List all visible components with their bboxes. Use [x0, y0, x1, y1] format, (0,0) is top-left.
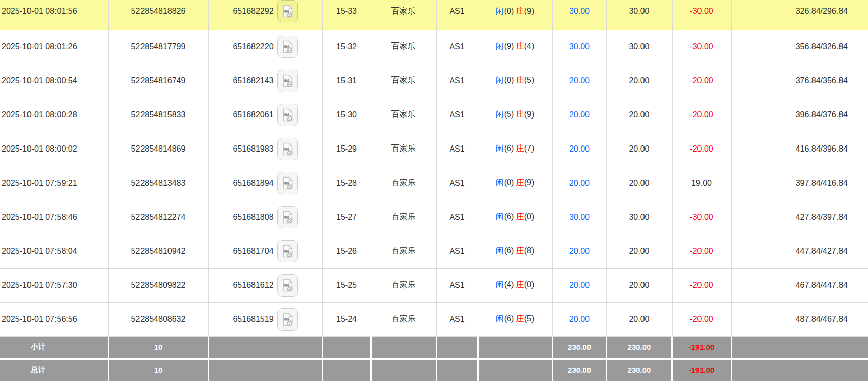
- valid-amount: 20.00: [606, 166, 672, 200]
- bet-id: 522854817799: [108, 30, 208, 64]
- summary-valid-amount: 230.00: [606, 359, 672, 381]
- video-replay-button[interactable]: [277, 308, 298, 331]
- player-score: (0): [504, 178, 514, 187]
- video-replay-icon: [281, 108, 294, 122]
- video-replay-button[interactable]: [277, 104, 298, 126]
- banker-label: 庄: [516, 76, 524, 84]
- bet-amount: 20.00: [552, 302, 606, 336]
- record-row[interactable]: 2025-10-01 07:57:30522854809822651681612…: [0, 268, 868, 302]
- video-replay-button[interactable]: [277, 36, 298, 58]
- record-row[interactable]: 2025-10-01 07:59:21522854813483651681894…: [0, 166, 868, 200]
- valid-amount: 30.00: [606, 200, 672, 234]
- video-replay-icon: [281, 278, 294, 292]
- video-replay-icon: [281, 40, 294, 54]
- win-loss: -30.00: [672, 0, 731, 30]
- player-label: 闲: [496, 42, 504, 50]
- balance: 447.84/427.84: [731, 234, 868, 268]
- balance: 427.84/397.84: [731, 200, 868, 234]
- player-score: (4): [504, 280, 514, 289]
- player-score: (9): [504, 42, 514, 50]
- bet-time: 2025-10-01 07:59:21: [0, 166, 108, 200]
- bet-id: 522854813483: [108, 166, 208, 200]
- result-cell: 闲(6) 庄(8): [478, 234, 552, 268]
- valid-amount: 30.00: [606, 30, 672, 64]
- round-number: 15-27: [322, 200, 371, 234]
- banker-label: 庄: [516, 42, 524, 50]
- game-type: 百家乐: [371, 64, 436, 98]
- banker-score: (0): [524, 280, 535, 289]
- game-id-wrap: 651681612: [233, 274, 297, 297]
- player-label: 闲: [496, 110, 504, 119]
- video-replay-button[interactable]: [277, 138, 298, 160]
- win-loss: 19.00: [672, 166, 731, 200]
- bet-time: 2025-10-01 08:01:56: [0, 0, 108, 30]
- video-replay-button[interactable]: [277, 274, 298, 297]
- game-id-cell: 651682220: [208, 30, 322, 64]
- video-replay-icon: [281, 210, 294, 224]
- bet-time: 2025-10-01 07:57:30: [0, 268, 108, 302]
- record-row[interactable]: 2025-10-01 07:56:56522854808632651681519…: [0, 302, 868, 336]
- game-id: 651682143: [233, 76, 273, 85]
- bet-id: 522854816749: [108, 64, 208, 98]
- empty-cell: [322, 336, 371, 359]
- round-number: 15-30: [322, 98, 371, 132]
- round-number: 15-29: [322, 132, 371, 166]
- game-id-cell: 651682061: [208, 98, 322, 132]
- round-number: 15-32: [322, 30, 371, 64]
- subtotal-row: 小计10230.00230.00-191.00: [0, 336, 868, 359]
- empty-cell: [322, 359, 371, 381]
- game-type: 百家乐: [371, 98, 436, 132]
- record-row[interactable]: 2025-10-01 08:01:56522854818826651682292…: [0, 0, 868, 30]
- summary-win-loss: -191.00: [672, 336, 731, 359]
- empty-cell: [478, 359, 552, 381]
- empty-cell: [371, 336, 436, 359]
- game-type: 百家乐: [371, 132, 436, 166]
- banker-score: (5): [524, 76, 535, 84]
- empty-cell: [208, 336, 322, 359]
- valid-amount: 20.00: [606, 132, 672, 166]
- valid-amount: 20.00: [606, 234, 672, 268]
- record-row[interactable]: 2025-10-01 08:00:28522854815833651682061…: [0, 98, 868, 132]
- game-type: 百家乐: [371, 166, 436, 200]
- bet-time: 2025-10-01 08:00:02: [0, 132, 108, 166]
- game-id-wrap: 651681519: [233, 308, 297, 331]
- video-replay-button[interactable]: [277, 172, 298, 194]
- player-score: (6): [504, 144, 514, 153]
- game-id: 651681894: [233, 179, 273, 188]
- player-score: (0): [504, 7, 514, 15]
- record-row[interactable]: 2025-10-01 08:00:02522854814869651681983…: [0, 132, 868, 166]
- player-label: 闲: [496, 246, 504, 255]
- table-name: AS1: [436, 268, 478, 302]
- record-row[interactable]: 2025-10-01 07:58:04522854810942651681704…: [0, 234, 868, 268]
- bet-time: 2025-10-01 08:01:26: [0, 30, 108, 64]
- game-type: 百家乐: [371, 30, 436, 64]
- game-id-cell: 651681894: [208, 166, 322, 200]
- banker-label: 庄: [516, 280, 524, 289]
- bet-time: 2025-10-01 07:58:04: [0, 234, 108, 268]
- game-type: 百家乐: [371, 0, 436, 30]
- game-id-wrap: 651681704: [233, 240, 297, 262]
- empty-cell: [371, 359, 436, 381]
- valid-amount: 30.00: [606, 0, 672, 30]
- summary-valid-amount: 230.00: [606, 336, 672, 359]
- game-type: 百家乐: [371, 234, 436, 268]
- game-id: 651682220: [233, 42, 273, 51]
- bet-amount: 30.00: [552, 0, 606, 30]
- video-replay-button[interactable]: [277, 206, 298, 228]
- video-replay-button[interactable]: [277, 70, 298, 92]
- valid-amount: 20.00: [606, 64, 672, 98]
- record-row[interactable]: 2025-10-01 08:00:54522854816749651682143…: [0, 64, 868, 98]
- empty-cell: [208, 359, 322, 381]
- game-id-cell: 651681519: [208, 302, 322, 336]
- game-id-wrap: 651682220: [233, 36, 297, 58]
- video-replay-button[interactable]: [277, 240, 298, 262]
- win-loss: -30.00: [672, 200, 731, 234]
- video-replay-button[interactable]: [277, 0, 298, 22]
- record-row[interactable]: 2025-10-01 08:01:26522854817799651682220…: [0, 30, 868, 64]
- bet-time: 2025-10-01 08:00:28: [0, 98, 108, 132]
- record-row[interactable]: 2025-10-01 07:58:46522854812274651681808…: [0, 200, 868, 234]
- table-name: AS1: [436, 132, 478, 166]
- game-id: 651681612: [233, 281, 273, 290]
- video-replay-icon: [281, 4, 294, 18]
- table-name: AS1: [436, 302, 478, 336]
